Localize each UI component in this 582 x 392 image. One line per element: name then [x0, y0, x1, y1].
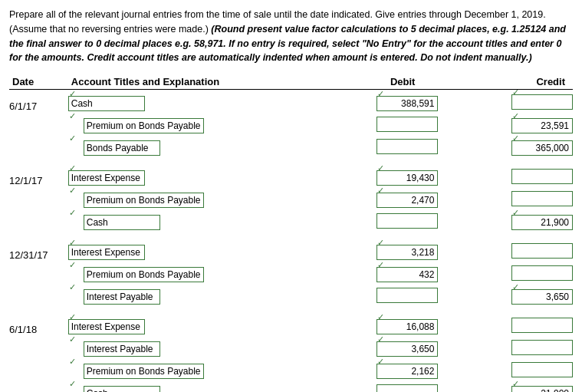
debit-field-2162[interactable]: ✓ 2,162: [376, 364, 438, 379]
entry-6-1-18-row4: ✓ Cash ✓ 21,900: [9, 380, 573, 392]
credit-field-23591[interactable]: ✓ 23,591: [511, 118, 573, 133]
check-icon-bp: ✓: [69, 133, 76, 143]
credit-field-365000[interactable]: ✓ 365,000: [511, 140, 573, 156]
debit-field-empty-13[interactable]: [376, 384, 438, 392]
check-icon-c1: ✓: [512, 87, 519, 97]
credit-value-21900-1: 21,900: [541, 217, 569, 228]
debit-value-432: 432: [419, 269, 434, 280]
header-debit: Debit: [304, 74, 439, 90]
account-field-cash-3[interactable]: ✓ Cash: [68, 386, 160, 393]
credit-field-21900-1[interactable]: ✓ 21,900: [511, 215, 573, 230]
credit-field-empty-11[interactable]: [511, 340, 573, 357]
check-icon-ip1: ✓: [69, 282, 76, 292]
account-field-ie-1[interactable]: ✓ Interest Expense: [68, 170, 145, 186]
debit-field-2470[interactable]: ✓ 2,470: [376, 193, 438, 208]
debit-value-2470: 2,470: [411, 195, 434, 206]
date-6-1-18: 6/1/18: [9, 324, 37, 335]
account-field-cash-2[interactable]: ✓ Cash: [68, 215, 160, 230]
entry-6-1-17-row1: 6/1/17 ✓ Cash ✓ 388,591: [9, 90, 573, 113]
debit-field-19430[interactable]: ✓ 19,430: [376, 170, 438, 186]
check-icon-p4: ✓: [69, 357, 76, 367]
header-date: Date: [9, 74, 68, 90]
credit-field-empty-10[interactable]: [511, 318, 573, 335]
entry-6-1-18-row3: ✓ Premium on Bonds Payable ✓ 2,162: [9, 357, 573, 380]
entry-12-31-17-row3: ✓ Interest Payable ✓ 3,650: [9, 283, 573, 305]
debit-field-432[interactable]: ✓ 432: [376, 267, 438, 282]
check-icon-ip2: ✓: [69, 334, 76, 344]
entry-12-1-17-row3: ✓ Cash ✓ 21,900: [9, 209, 573, 231]
credit-value-23591: 23,591: [541, 120, 569, 131]
credit-field-empty-1[interactable]: ✓: [511, 94, 573, 112]
debit-value-2162: 2,162: [411, 366, 434, 377]
instructions: Prepare all of the relevant journal entr…: [9, 8, 573, 65]
account-label-ip-2: Interest Payable: [87, 344, 153, 354]
entry-6-1-17-row3: ✓ Bonds Payable ✓ 365,000: [9, 134, 573, 156]
check-icon-c12: ✓: [69, 379, 76, 389]
credit-field-empty-7[interactable]: [511, 243, 573, 261]
entry-6-1-18-row2: ✓ Interest Payable ✓ 3,650: [9, 335, 573, 357]
credit-field-empty-8[interactable]: [511, 265, 573, 283]
account-label-cash-1: Cash: [71, 98, 93, 109]
debit-field-empty-6[interactable]: [376, 213, 438, 231]
entry-12-1-17-row2: ✓ Premium on Bonds Payable ✓ 2,470: [9, 186, 573, 209]
check-icon-p3: ✓: [69, 260, 76, 270]
credit-field-empty-12[interactable]: [511, 362, 573, 380]
account-label-premium-3: Premium on Bonds Payable: [87, 269, 201, 280]
debit-field-3650-2[interactable]: ✓ 3,650: [376, 341, 438, 357]
account-field-premium-2[interactable]: ✓ Premium on Bonds Payable: [68, 193, 204, 208]
account-label-cash-3: Cash: [87, 388, 108, 393]
debit-value-16088: 16,088: [406, 321, 435, 332]
account-label-premium-2: Premium on Bonds Payable: [87, 195, 201, 206]
account-field-ip-2[interactable]: ✓ Interest Payable: [68, 341, 160, 357]
account-field-bonds-payable[interactable]: ✓ Bonds Payable: [68, 140, 160, 156]
debit-field-16088[interactable]: ✓ 16,088: [376, 319, 438, 334]
entry-12-1-17-row1: 12/1/17 ✓ Interest Expense ✓ 19,430: [9, 164, 573, 186]
account-field-ie-2[interactable]: ✓ Interest Expense: [68, 245, 145, 260]
entry-12-31-17-row2: ✓ Premium on Bonds Payable ✓ 432: [9, 261, 573, 283]
credit-value-365000: 365,000: [536, 143, 569, 153]
account-label-ie-1: Interest Expense: [71, 173, 140, 183]
header-account: Account Titles and Explanation: [68, 74, 304, 90]
account-field-ip-1[interactable]: ✓ Interest Payable: [68, 289, 160, 305]
credit-field-empty-4[interactable]: [511, 169, 573, 186]
account-label-ie-3: Interest Expense: [71, 321, 140, 332]
account-label-premium-1: Premium on Bonds Payable: [87, 120, 201, 131]
entry-6-1-17-row2: ✓ Premium on Bonds Payable ✓ 23,591: [9, 112, 573, 134]
account-field-premium-4[interactable]: ✓ Premium on Bonds Payable: [68, 364, 204, 379]
date-6-1-17: 6/1/17: [9, 100, 37, 112]
account-label-ip-1: Interest Payable: [87, 292, 153, 302]
date-12-1-17: 12/1/17: [9, 175, 42, 186]
check-icon-p1: ✓: [69, 111, 76, 121]
credit-value-3650: 3,650: [546, 292, 569, 302]
account-label-bonds-payable: Bonds Payable: [87, 143, 149, 153]
debit-field-empty-9[interactable]: [376, 288, 438, 305]
credit-field-21900-2[interactable]: ✓ 21,900: [511, 386, 573, 393]
entry-6-1-18-row1: 6/1/18 ✓ Interest Expense ✓ 16,088: [9, 313, 573, 335]
header-credit: Credit: [438, 74, 573, 90]
debit-value-3218: 3,218: [411, 247, 434, 258]
account-label-ie-2: Interest Expense: [71, 247, 140, 258]
debit-value-19430: 19,430: [406, 173, 435, 183]
debit-field-empty-2[interactable]: [376, 117, 438, 134]
debit-value-388591: 388,591: [401, 98, 434, 109]
date-12-31-17: 12/31/17: [9, 249, 48, 261]
account-field-premium-3[interactable]: ✓ Premium on Bonds Payable: [68, 267, 204, 282]
debit-value-3650-2: 3,650: [411, 344, 434, 354]
account-field-ie-3[interactable]: ✓ Interest Expense: [68, 319, 145, 334]
credit-value-21900-2: 21,900: [541, 388, 569, 393]
debit-field-388591[interactable]: ✓ 388,591: [376, 96, 438, 111]
account-field-premium-1[interactable]: ✓ Premium on Bonds Payable: [68, 118, 204, 133]
check-icon-c5: ✓: [69, 208, 76, 218]
entry-12-31-17-row1: 12/31/17 ✓ Interest Expense ✓ 3,218: [9, 239, 573, 261]
account-label-cash-2: Cash: [87, 217, 108, 228]
account-label-premium-4: Premium on Bonds Payable: [87, 366, 201, 377]
debit-field-3218[interactable]: ✓ 3,218: [376, 245, 438, 260]
credit-field-empty-5[interactable]: [511, 191, 573, 209]
account-field-cash-1[interactable]: ✓ Cash: [68, 96, 145, 111]
credit-field-3650[interactable]: ✓ 3,650: [511, 289, 573, 305]
check-icon-p2: ✓: [69, 186, 76, 196]
debit-field-empty-3[interactable]: [376, 139, 438, 156]
